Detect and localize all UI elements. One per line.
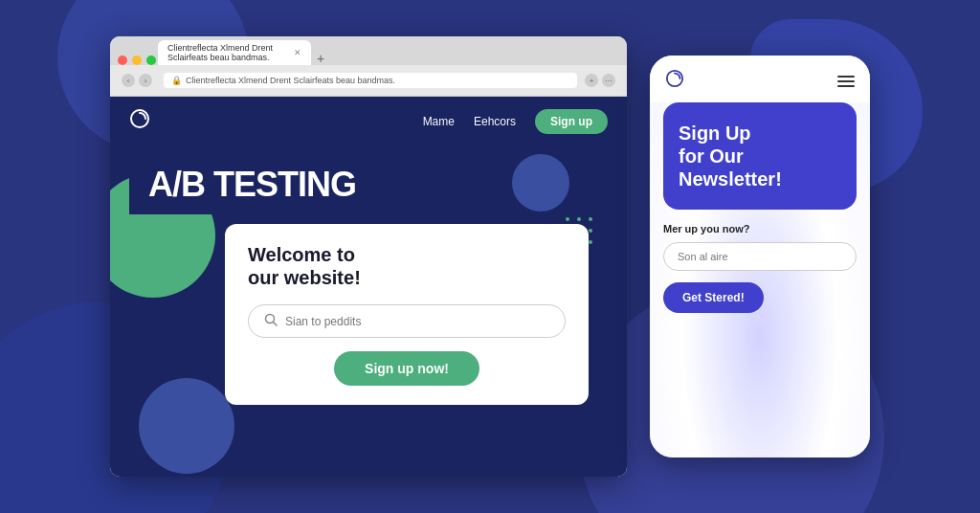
- refresh-button[interactable]: +: [585, 74, 598, 87]
- browser-chrome: ‹ › 🔒 Clientreflecta Xlmend Drent Sclair…: [110, 65, 627, 97]
- mobile-hero-title: Sign Up for Our Newsletter!: [679, 122, 841, 190]
- mobile-nav: [650, 56, 870, 102]
- svg-line-11: [274, 323, 278, 326]
- hero-title: A/B TESTING: [148, 165, 356, 205]
- close-dot[interactable]: [118, 56, 127, 65]
- hamburger-line-2: [837, 80, 855, 82]
- minimize-dot[interactable]: [132, 56, 142, 65]
- browser-mockup: Clientreflecta Xlmend Drent Sclairfeats …: [110, 36, 627, 477]
- options-button[interactable]: ⋯: [602, 74, 615, 87]
- browser-tab[interactable]: Clientreflecta Xlmend Drent Sclairfeats …: [158, 40, 311, 65]
- forward-button[interactable]: ›: [139, 74, 152, 87]
- browser-nav-buttons: ‹ ›: [122, 74, 152, 87]
- mobile-logo: [665, 69, 684, 93]
- hamburger-menu[interactable]: [837, 76, 855, 87]
- maximize-dot[interactable]: [146, 56, 156, 65]
- search-input[interactable]: [285, 315, 549, 328]
- newsletter-input[interactable]: [663, 242, 857, 271]
- mobile-mockup: Sign Up for Our Newsletter! Mer up you n…: [650, 56, 870, 457]
- website-card: Welcome to our website! Sign up now!: [225, 224, 589, 405]
- main-wrapper: Clientreflecta Xlmend Drent Sclairfeats …: [0, 0, 980, 513]
- website-content: Mame Eehcors Sign up A/B TESTING Welcome…: [110, 97, 627, 477]
- mobile-hero-card: Sign Up for Our Newsletter!: [663, 102, 857, 210]
- browser-window-controls: [118, 56, 156, 65]
- website-nav: Mame Eehcors Sign up: [110, 97, 627, 145]
- lock-icon: 🔒: [171, 76, 182, 85]
- search-icon: [264, 313, 278, 329]
- nav-link-home[interactable]: Mame: [423, 115, 455, 128]
- website-logo: [129, 108, 150, 134]
- new-tab-button[interactable]: +: [313, 52, 328, 65]
- address-text: Clientreflecta Xlmend Drent Sclairfeats …: [186, 76, 395, 85]
- website-hero: A/B TESTING Welcome to our website!: [110, 145, 627, 405]
- nav-signup-button[interactable]: Sign up: [535, 109, 608, 134]
- mobile-form: Mer up you now? Get Stered!: [650, 223, 870, 313]
- tab-close-icon[interactable]: ✕: [294, 48, 301, 57]
- browser-action-buttons: + ⋯: [585, 74, 615, 87]
- hamburger-line-1: [837, 76, 855, 78]
- card-subtitle: Welcome to our website!: [248, 243, 566, 289]
- address-bar[interactable]: 🔒 Clientreflecta Xlmend Drent Sclairfeat…: [164, 73, 577, 88]
- tab-label: Clientreflecta Xlmend Drent Sclairfeats …: [167, 43, 290, 62]
- search-bar[interactable]: [248, 304, 566, 338]
- hero-title-box: A/B TESTING: [129, 155, 375, 214]
- nav-link-features[interactable]: Eehcors: [474, 115, 516, 128]
- submit-button[interactable]: Get Stered!: [663, 282, 764, 313]
- website-nav-links: Mame Eehcors Sign up: [423, 109, 608, 134]
- hamburger-line-3: [837, 85, 855, 87]
- cta-button[interactable]: Sign up now!: [334, 351, 479, 386]
- back-button[interactable]: ‹: [122, 74, 135, 87]
- form-label: Mer up you now?: [663, 223, 857, 234]
- browser-tab-bar: Clientreflecta Xlmend Drent Sclairfeats …: [110, 36, 627, 65]
